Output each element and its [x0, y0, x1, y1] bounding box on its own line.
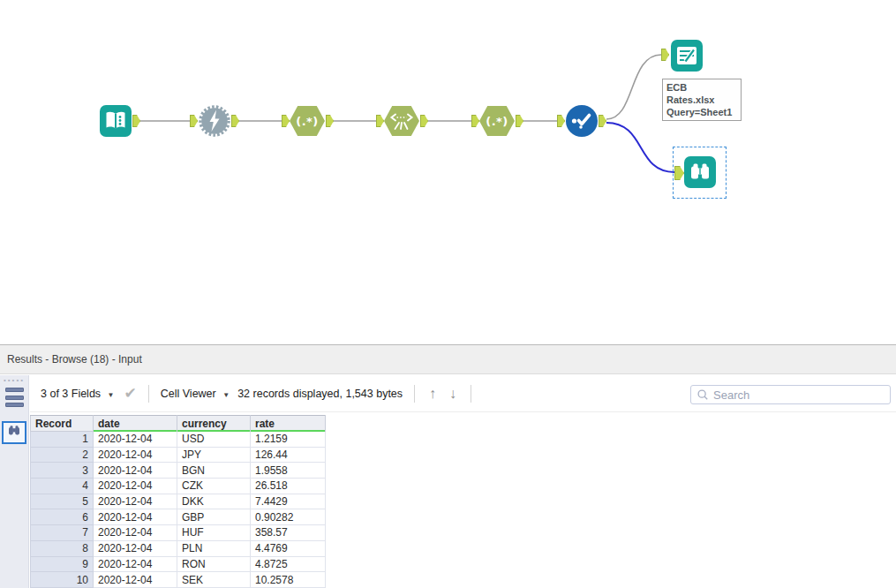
data-cell[interactable]: 358.57 [251, 525, 326, 541]
record-number-cell[interactable]: 10 [31, 572, 94, 588]
record-number-cell[interactable]: 9 [31, 556, 94, 572]
regex-glyph: (.*) [296, 115, 319, 128]
data-cell[interactable]: 2020-12-04 [94, 479, 177, 494]
drag-handle[interactable]: ••••• [0, 377, 28, 384]
data-cell[interactable]: 126.44 [251, 447, 326, 463]
fields-dropdown[interactable]: 3 of 3 Fields ▼ [41, 388, 115, 400]
data-cell[interactable]: 2020-12-04 [94, 525, 177, 541]
cell-viewer-dropdown[interactable]: Cell Viewer ▼ [161, 388, 230, 400]
record-number-cell[interactable]: 2 [31, 447, 94, 463]
lightning-gear-icon [199, 105, 230, 137]
table-row[interactable]: 102020-12-04SEK10.2578 [31, 572, 326, 588]
record-number-cell[interactable]: 3 [31, 463, 94, 479]
search-input[interactable] [709, 388, 890, 402]
column-header-currency[interactable]: currency [177, 416, 251, 432]
results-panel-title: Results - Browse (18) - Input [0, 345, 896, 374]
record-number-cell[interactable]: 8 [31, 540, 94, 556]
data-cell[interactable]: 4.4769 [251, 540, 326, 556]
select-check-icon [566, 105, 598, 137]
table-row[interactable]: 22020-12-04JPY126.44 [31, 447, 326, 463]
grid-header-row: Record date currency rate [31, 416, 326, 432]
records-summary: 32 records displayed, 1,543 bytes [237, 388, 403, 400]
tool-output-data[interactable] [671, 40, 703, 72]
apply-check-icon[interactable]: ✔ [124, 384, 137, 403]
data-cell[interactable]: DKK [177, 494, 251, 509]
data-cell[interactable]: 1.9558 [251, 463, 326, 479]
data-cell[interactable]: 2020-12-04 [94, 494, 177, 509]
data-cell[interactable]: 0.90282 [251, 509, 326, 525]
connection-select-to-browse-selected[interactable] [606, 123, 674, 172]
toolbar-divider [414, 385, 415, 403]
table-row[interactable]: 12020-12-04USD1.2159 [31, 432, 326, 448]
cell-viewer-label: Cell Viewer [161, 388, 216, 400]
table-row[interactable]: 42020-12-04CZK26.518 [31, 479, 326, 494]
data-cell[interactable]: 2020-12-04 [94, 540, 177, 556]
data-cell[interactable]: CZK [177, 479, 251, 494]
data-cell[interactable]: JPY [177, 447, 251, 463]
results-toolbar: 3 of 3 Fields ▼ ✔ Cell Viewer ▼ 32 recor… [30, 375, 896, 412]
binoculars-small-icon [4, 425, 24, 441]
record-number-cell[interactable]: 4 [31, 479, 94, 494]
fields-dropdown-label: 3 of 3 Fields [41, 388, 101, 400]
annotation-line-2: Query=Sheet1 [666, 106, 737, 118]
connection-select-to-output[interactable] [606, 55, 661, 119]
data-cell[interactable]: 2020-12-04 [94, 556, 177, 572]
data-cell[interactable]: 1.2159 [251, 432, 326, 448]
results-grid: Record date currency rate 12020-12-04USD… [30, 415, 326, 588]
tool-annotation[interactable]: ECB Rates.xlsx Query=Sheet1 [662, 79, 742, 121]
table-row[interactable]: 32020-12-04BGN1.9558 [31, 463, 326, 479]
data-cell[interactable]: 2020-12-04 [94, 509, 177, 525]
data-cell[interactable]: 2020-12-04 [94, 463, 177, 479]
table-row[interactable]: 82020-12-04PLN4.4769 [31, 540, 326, 556]
table-row[interactable]: 52020-12-04DKK7.4429 [31, 494, 326, 509]
chevron-down-icon: ▼ [222, 391, 230, 399]
table-row[interactable]: 92020-12-04RON4.8725 [31, 556, 326, 572]
tool-select[interactable] [566, 105, 598, 137]
search-icon [696, 388, 709, 401]
data-cell[interactable]: PLN [177, 540, 251, 556]
data-cell[interactable]: BGN [177, 463, 251, 479]
data-cell[interactable]: 2020-12-04 [94, 432, 177, 448]
scroll-down-button[interactable]: ↓ [447, 386, 459, 402]
results-panel: Results - Browse (18) - Input ••••• 3 of… [0, 344, 896, 588]
data-cell[interactable]: GBP [177, 509, 251, 525]
record-number-cell[interactable]: 1 [31, 432, 94, 448]
scroll-up-button[interactable]: ↑ [426, 386, 439, 402]
annotation-line-1: ECB Rates.xlsx [666, 81, 737, 106]
chevron-down-icon: ▼ [108, 391, 115, 399]
data-cell[interactable]: 4.8725 [251, 556, 326, 572]
data-cell[interactable]: 10.2578 [251, 572, 326, 588]
binoculars-icon [684, 156, 716, 188]
table-row[interactable]: 72020-12-04HUF358.57 [31, 525, 326, 541]
record-number-cell[interactable]: 5 [31, 494, 94, 509]
data-cell[interactable]: RON [177, 556, 251, 572]
toolbar-divider [471, 385, 471, 403]
data-cell[interactable]: SEK [177, 572, 251, 588]
table-row[interactable]: 62020-12-04GBP0.90282 [31, 509, 326, 525]
data-cell[interactable]: 26.518 [251, 479, 326, 494]
data-cell[interactable]: 2020-12-04 [94, 447, 177, 463]
tool-input-data[interactable] [100, 105, 132, 137]
open-book-icon [100, 105, 132, 137]
column-header-rate[interactable]: rate [251, 416, 326, 432]
record-number-cell[interactable]: 7 [31, 525, 94, 541]
data-cell[interactable]: 2020-12-04 [94, 572, 177, 588]
toolbar-divider [148, 385, 149, 403]
search-box[interactable] [690, 385, 891, 404]
record-number-cell[interactable]: 6 [31, 509, 94, 525]
data-cell[interactable]: USD [177, 432, 251, 448]
browse-anchor-button[interactable] [2, 421, 26, 444]
tool-dynamic-input[interactable] [199, 105, 230, 137]
results-left-strip: ••••• [0, 375, 29, 588]
column-header-record[interactable]: Record [31, 416, 94, 432]
layout-rows-icon[interactable] [5, 388, 24, 407]
data-cell[interactable]: HUF [177, 525, 251, 541]
regex-glyph: (.*) [486, 115, 508, 128]
output-document-icon [671, 40, 703, 72]
workflow-canvas[interactable]: (.*) (.*) [0, 0, 896, 344]
connections-layer [0, 0, 896, 344]
tool-browse[interactable] [684, 156, 716, 188]
data-cell[interactable]: 7.4429 [251, 494, 326, 509]
column-header-date[interactable]: date [94, 416, 177, 432]
